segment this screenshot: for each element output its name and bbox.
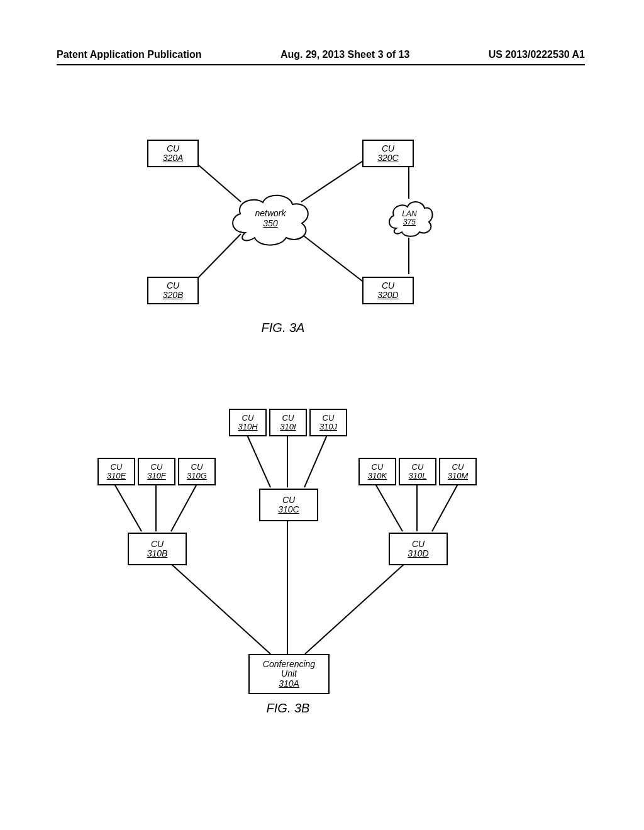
ref: 375 [403, 218, 416, 226]
label: CU [382, 143, 394, 153]
node-cu-320d: CU 320D [362, 277, 414, 304]
node-cu-310b: CU310B [128, 533, 187, 565]
label: CU [167, 143, 179, 153]
ref: 310D [408, 548, 428, 558]
ref: 320C [377, 153, 398, 163]
node-cu-310l: CU310L [399, 458, 436, 485]
ref: 310A [279, 678, 299, 689]
label: CU [191, 462, 203, 472]
svg-line-17 [305, 563, 406, 654]
ref: 310M [448, 471, 469, 480]
ref: 310E [107, 471, 126, 480]
label: Conferencing Unit [263, 659, 315, 678]
node-cu-310i: CU310I [269, 409, 307, 436]
ref: 310B [147, 548, 168, 558]
node-cu-310k: CU310K [358, 458, 396, 485]
svg-line-6 [247, 435, 270, 487]
label: CU [111, 462, 123, 472]
label: CU [412, 462, 424, 472]
label: CU [151, 539, 164, 549]
ref: 320A [163, 153, 184, 163]
svg-line-12 [375, 484, 402, 531]
label: CU [151, 462, 163, 472]
node-cu-320c: CU 320C [362, 140, 414, 167]
ref: 310F [147, 471, 166, 480]
node-cu-320b: CU 320B [147, 277, 199, 304]
node-cu-310e: CU310E [97, 458, 135, 485]
label: CU [167, 280, 179, 290]
fig3b-caption: FIG. 3B [250, 701, 326, 716]
node-conferencing-unit-310a: Conferencing Unit310A [248, 654, 330, 694]
label: CU [323, 413, 335, 423]
node-cu-320a: CU 320A [147, 140, 199, 167]
ref: 310I [280, 422, 296, 431]
node-cu-310h: CU310H [229, 409, 267, 436]
ref: 310J [319, 422, 337, 431]
ref: 310G [187, 471, 207, 480]
ref: 310C [278, 504, 299, 514]
label: network [255, 208, 286, 218]
svg-line-14 [432, 484, 458, 531]
node-cu-310g: CU310G [178, 458, 216, 485]
label: CU [282, 413, 294, 423]
label: CU [412, 539, 425, 549]
page: Patent Application Publication Aug. 29, … [0, 0, 644, 830]
svg-line-15 [170, 563, 270, 654]
node-cu-310c: CU310C [259, 489, 318, 521]
node-cu-310m: CU310M [439, 458, 477, 485]
ref: 310K [368, 471, 387, 480]
fig3a-caption: FIG. 3A [245, 321, 321, 335]
ref: 320B [163, 290, 184, 300]
cloud-lan: LAN 375 [385, 197, 434, 240]
label: CU [282, 495, 295, 505]
svg-line-11 [171, 484, 197, 531]
node-cu-310j: CU310J [309, 409, 347, 436]
ref: 350 [263, 218, 277, 228]
label: CU [372, 462, 384, 472]
ref: 310H [238, 422, 257, 431]
svg-line-8 [304, 435, 327, 487]
cloud-network: network 350 [226, 189, 314, 248]
label: CU [382, 280, 394, 290]
label: CU [242, 413, 254, 423]
label: LAN [402, 209, 416, 218]
node-cu-310f: CU310F [138, 458, 175, 485]
label: CU [452, 462, 464, 472]
ref: 310L [409, 471, 427, 480]
ref: 320D [377, 290, 398, 300]
node-cu-310d: CU310D [389, 533, 448, 565]
svg-line-9 [114, 484, 142, 531]
